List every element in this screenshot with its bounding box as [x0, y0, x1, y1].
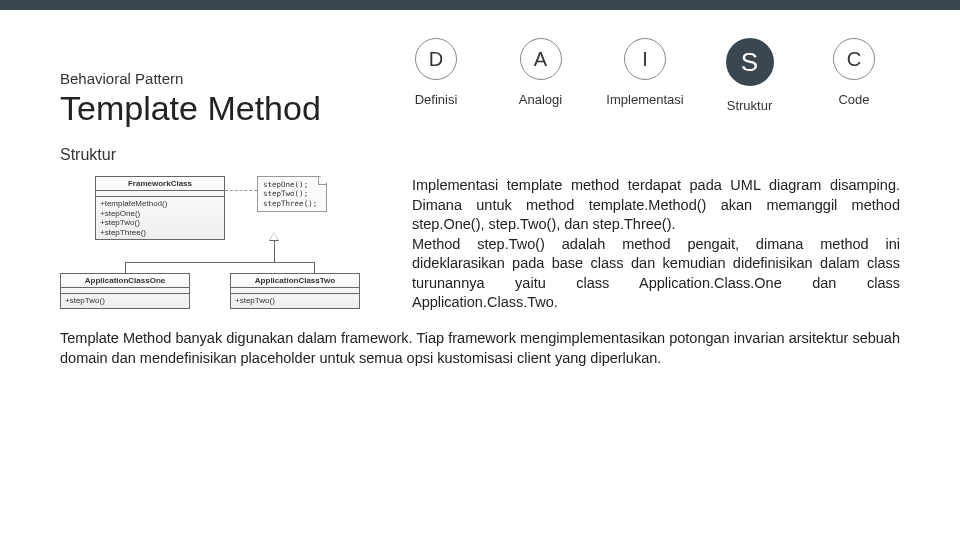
tab-label: Analogi [519, 92, 562, 107]
uml-class-ops: +templateMethod() +stepOne() +stepTwo() … [96, 197, 224, 239]
tab-circle: D [415, 38, 457, 80]
uml-class-ops: +stepTwo() [61, 294, 189, 308]
tab-implementasi[interactable]: I Implementasi [599, 38, 691, 113]
uml-framework-class: FrameworkClass +templateMethod() +stepOn… [95, 176, 225, 240]
nav-tabs: D Definisi A Analogi I Implementasi S St… [390, 30, 900, 113]
top-bar [0, 0, 960, 10]
uml-class-ops: +stepTwo() [231, 294, 359, 308]
title-block: Behavioral Pattern Template Method [60, 30, 390, 128]
page-title: Template Method [60, 89, 390, 128]
uml-class-name: ApplicationClassOne [61, 274, 189, 288]
body-paragraph-1: Implementasi template method terdapat pa… [412, 176, 900, 235]
body-paragraph-2: Method step.Two() adalah method pengait,… [412, 235, 900, 313]
tab-circle: A [520, 38, 562, 80]
footer-paragraph: Template Method banyak digunakan dalam f… [60, 329, 900, 368]
section-label: Struktur [60, 146, 900, 164]
uml-diagram: FrameworkClass +templateMethod() +stepOn… [60, 176, 390, 313]
uml-child-two: ApplicationClassTwo +stepTwo() [230, 273, 360, 309]
tab-circle: I [624, 38, 666, 80]
tab-struktur[interactable]: S Struktur [704, 38, 796, 113]
tab-label: Struktur [727, 98, 773, 113]
uml-note: stepOne(); stepTwo(); stepThree(); [257, 176, 327, 212]
tab-label: Code [838, 92, 869, 107]
uml-child-one: ApplicationClassOne +stepTwo() [60, 273, 190, 309]
tab-definisi[interactable]: D Definisi [390, 38, 482, 113]
uml-note-connector [225, 190, 257, 191]
tab-circle: C [833, 38, 875, 80]
uml-class-name: ApplicationClassTwo [231, 274, 359, 288]
tab-label: Implementasi [606, 92, 683, 107]
uml-class-name: FrameworkClass [96, 177, 224, 191]
tab-analogi[interactable]: A Analogi [495, 38, 587, 113]
subtitle: Behavioral Pattern [60, 70, 390, 87]
body-text: Implementasi template method terdapat pa… [412, 176, 900, 313]
tab-label: Definisi [415, 92, 458, 107]
tab-circle: S [726, 38, 774, 86]
tab-code[interactable]: C Code [808, 38, 900, 113]
uml-inheritance-arrow [274, 240, 275, 262]
